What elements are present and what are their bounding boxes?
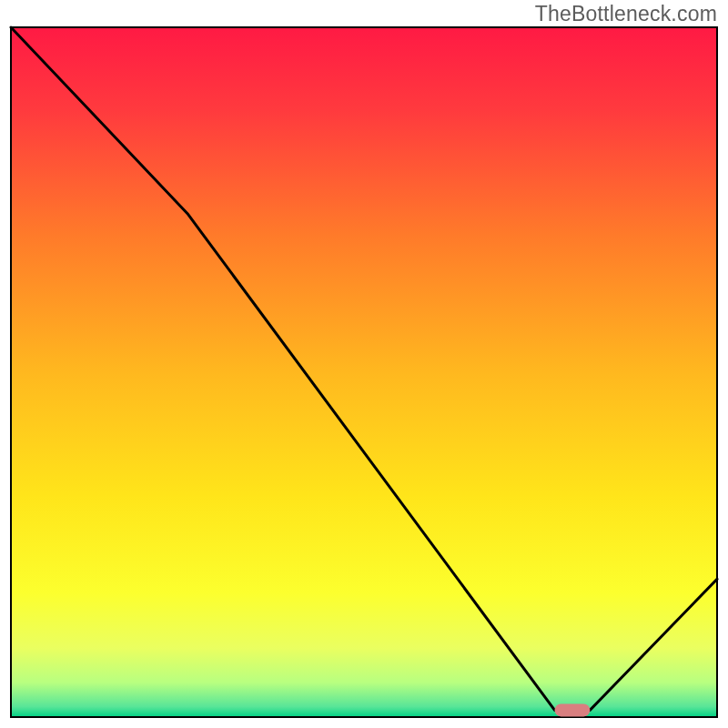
gradient-background	[11, 27, 717, 717]
optimal-region-marker	[555, 703, 591, 716]
chart-container: TheBottleneck.com	[0, 0, 728, 728]
bottleneck-chart	[0, 0, 728, 728]
watermark-label: TheBottleneck.com	[535, 2, 717, 26]
